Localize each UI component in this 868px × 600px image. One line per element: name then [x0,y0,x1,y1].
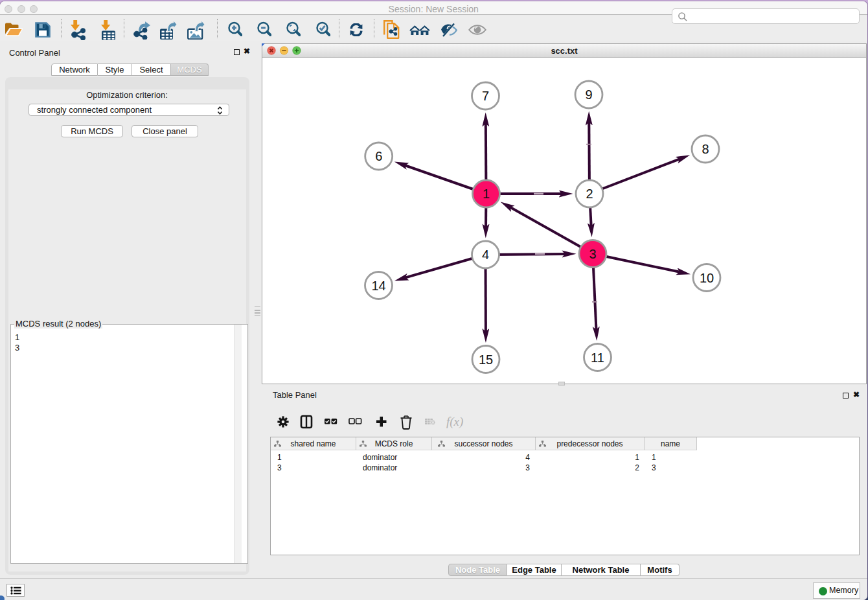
svg-text:2: 2 [586,187,593,201]
svg-text:3: 3 [589,247,596,261]
svg-text:11: 11 [591,351,604,365]
svg-text:10: 10 [700,271,714,285]
svg-text:9: 9 [585,87,592,102]
svg-text:6: 6 [375,149,382,163]
svg-text:15: 15 [479,352,493,367]
svg-text:4: 4 [482,248,489,262]
svg-text:1: 1 [483,187,490,201]
svg-text:8: 8 [702,142,709,156]
svg-text:14: 14 [371,279,385,293]
svg-text:f(x): f(x) [446,415,463,429]
svg-text:7: 7 [482,89,489,103]
